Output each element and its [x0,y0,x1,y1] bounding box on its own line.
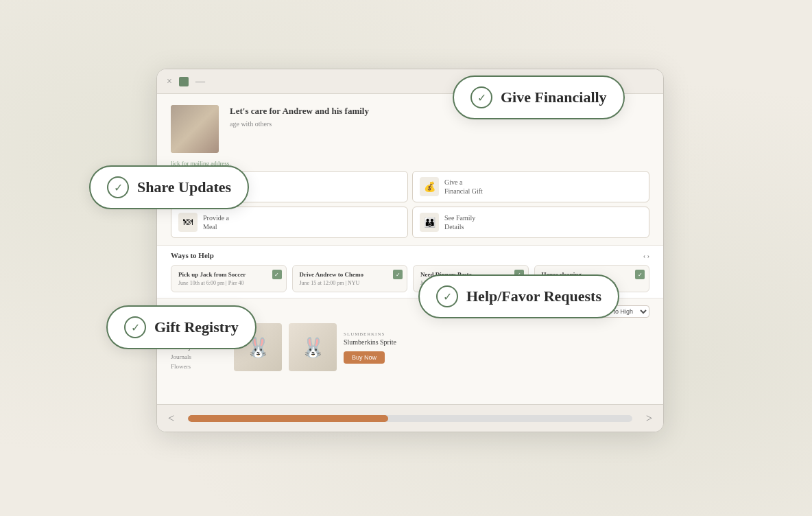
browser-content: Let's care for Andrew and his family age… [157,94,663,404]
help-favor-label: Help/Favor Requests [466,288,601,305]
minimize-icon[interactable]: — [195,76,205,87]
share-updates-check-icon: ✓ [107,176,129,198]
meal-icon: 🍽 [178,213,198,232]
ways-card-soccer[interactable]: ✓ Pick up Jack from Soccer June 10th at … [171,265,287,292]
ways-nav[interactable]: ‹ › [643,252,649,259]
product-name: Slumberkins Sprite [344,338,649,346]
checkbox-cleaning[interactable]: ✓ [635,270,645,279]
page-subtitle: age with others [230,120,649,128]
registry-product-area: SLUMBERKINS Slumberkins Sprite Buy Now [234,323,649,371]
provide-meal-btn[interactable]: 🍽 Provide aMeal [171,207,408,238]
give-financially-label: Give Financially [501,89,607,106]
share-updates-badge: ✓ Share Updates [89,165,249,209]
close-icon[interactable]: × [167,76,172,87]
ways-card-chemo[interactable]: ✓ Drive Andrew to Chemo June 15 at 12:00… [292,265,408,292]
card-detail-chemo: June 15 at 12:00 pm | NYU [300,280,401,286]
financial-gift-label: Give aFinancial Gift [444,178,483,196]
back-arrow[interactable]: < [168,412,174,425]
financial-gift-icon: 💰 [420,177,439,196]
give-financially-check-icon: ✓ [470,86,492,108]
gift-registry-badge: ✓ Gift Registry [106,305,256,349]
forward-arrow[interactable]: > [646,412,652,425]
card-title-chemo: Drive Andrew to Chemo [300,271,401,278]
family-label: See FamilyDetails [444,213,475,231]
gift-registry-check-icon: ✓ [124,316,146,338]
browser-bottombar: < > [157,404,663,432]
card-title-soccer: Pick up Jack from Soccer [178,271,279,278]
progress-bar-fill [188,415,388,422]
card-detail-soccer: June 10th at 6:00 pm | Pier 40 [178,280,279,286]
product-info: SLUMBERKINS Slumberkins Sprite Buy Now [344,331,649,364]
sidebar-journals[interactable]: Journals [171,352,226,362]
product-image-2 [289,323,337,371]
checkbox-soccer[interactable]: ✓ [272,270,282,279]
checkbox-chemo[interactable]: ✓ [393,270,403,279]
meal-label: Provide aMeal [203,213,229,231]
ways-title: Ways to Help ‹ › [171,251,649,259]
share-updates-label: Share Updates [137,178,231,196]
gift-registry-label: Gift Registry [154,318,239,336]
product-brand: SLUMBERKINS [344,331,649,337]
help-favor-check-icon: ✓ [436,285,458,307]
sidebar-flowers[interactable]: Flowers [171,362,226,371]
progress-bar [188,415,632,422]
give-financial-gift-btn[interactable]: 💰 Give aFinancial Gift [412,171,649,202]
family-details-btn[interactable]: 👪 See FamilyDetails [412,207,649,238]
help-favor-badge: ✓ Help/Favor Requests [418,274,619,318]
family-icon: 👪 [420,213,439,232]
give-financially-badge: ✓ Give Financially [453,75,625,119]
buy-now-button[interactable]: Buy Now [344,351,385,364]
profile-photo [171,105,219,153]
square-icon [179,77,189,86]
browser-window: × — Let's care for Andrew and his family… [156,69,664,432]
